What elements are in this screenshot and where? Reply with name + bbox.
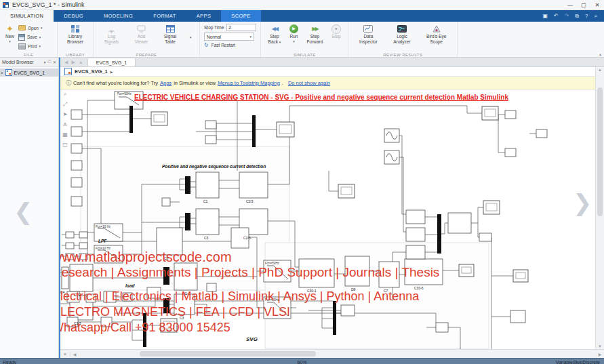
diagram-label: Positive and negative sequence current d… <box>162 164 266 169</box>
add-viewer-button[interactable]: Add Viewer <box>132 23 151 51</box>
group-prepare: Log Signals Add Viewer Signal Table ▾ PR… <box>94 22 200 57</box>
tab-debug[interactable]: DEBUG <box>54 10 94 22</box>
notification-bar: ⓘ Can't find what you're looking for? Tr… <box>60 77 595 89</box>
fast-restart-toggle[interactable]: ↻ Fast Restart <box>204 42 256 48</box>
horizontal-scrollbar[interactable]: « ◀ ▶ <box>60 349 604 358</box>
minimize-button[interactable]: — <box>563 1 577 9</box>
title-bar: EVCS_SVG_1 * - Simulink — ▢ ✕ <box>0 0 604 10</box>
prepare-more-caret[interactable]: ▾ <box>190 35 192 39</box>
horizontal-scroll-thumb[interactable] <box>140 351 316 357</box>
document-tab[interactable]: EVCS_SVG_1 <box>87 58 136 66</box>
scroll-down-icon[interactable]: ▼ <box>596 344 604 348</box>
annotation-text-icon[interactable]: A <box>63 122 66 127</box>
tab-apps[interactable]: APPS <box>186 10 222 22</box>
fast-restart-icon: ↻ <box>204 42 209 48</box>
new-button[interactable]: ✦ New▾ <box>3 23 17 51</box>
open-button[interactable]: Open▾ <box>18 24 42 32</box>
help-icon[interactable]: ? <box>585 13 588 19</box>
notification-period: . <box>282 80 283 86</box>
window-title: EVCS_SVG_1 * - Simulink <box>12 1 563 8</box>
breadcrumb-model-icon <box>64 68 72 75</box>
group-review: Data Inspector Logic Analyzer Bird's-Eye… <box>348 22 458 57</box>
watermark-line: Whatsapp/Call +91 83000 15425 <box>60 321 230 335</box>
panel-close-icon[interactable]: ✕ <box>53 60 56 64</box>
breadcrumb-caret-icon[interactable]: ▶ <box>110 70 113 74</box>
up-icon[interactable]: ▲ <box>79 60 83 64</box>
library-browser-button[interactable]: Library Browser <box>64 23 86 51</box>
sim-mode-select[interactable]: Normal▾ <box>204 33 254 41</box>
toolstrip-tab-row: SIMULATION DEBUG MODELING FORMAT APPS SC… <box>0 10 604 22</box>
zoom-icon[interactable]: ⌕ <box>64 92 66 97</box>
stop-time-input[interactable] <box>226 24 256 31</box>
tree-item-model-root[interactable]: ▸ EVCS_SVG_1 <box>0 68 58 77</box>
simulate-settings: Stop Time Normal▾ ↻ Fast Restart <box>200 22 261 57</box>
print-button[interactable]: Print▾ <box>18 42 42 50</box>
tab-modeling[interactable]: MODELING <box>94 10 143 22</box>
birds-eye-scope-button[interactable]: Bird's-Eye Scope <box>424 23 449 51</box>
restore-button[interactable]: ▢ <box>577 1 590 9</box>
scroll-up-icon[interactable]: ▲ <box>596 68 604 72</box>
capture-icon[interactable]: ⧉ <box>575 13 579 20</box>
forward-icon[interactable]: ▶ <box>71 60 75 65</box>
library-browser-icon <box>71 24 80 34</box>
annotation-arrow-icon[interactable]: ➤ <box>63 112 68 117</box>
save-button[interactable]: Save▾ <box>18 33 42 41</box>
nav-previous-chevron[interactable]: ❮ <box>14 200 33 223</box>
tab-format[interactable]: FORMAT <box>143 10 186 22</box>
tab-scope[interactable]: SCOPE <box>221 10 260 22</box>
log-signals-icon <box>106 24 117 34</box>
do-not-show-again-link[interactable]: Do not show again <box>288 80 330 86</box>
data-inspector-button[interactable]: Data Inspector <box>357 23 380 51</box>
run-button[interactable]: ▶ Run▾ <box>287 23 301 51</box>
folder-icon <box>18 25 26 31</box>
image-icon[interactable]: ▦ <box>62 132 68 138</box>
stop-button[interactable]: ■ Stop <box>329 23 344 51</box>
group-label-library: LIBRARY <box>58 53 93 57</box>
logic-analyzer-button[interactable]: Logic Analyzer <box>390 23 413 51</box>
back-icon[interactable]: ◀ <box>64 60 68 65</box>
diagram-label: C3 <box>204 236 208 240</box>
panel-menu-icon[interactable]: ▾ <box>43 60 45 64</box>
diagram-label: LPF <box>98 239 106 243</box>
signal-table-button[interactable]: Signal Table <box>161 23 179 51</box>
simulink-app-icon <box>3 2 9 8</box>
nav-next-chevron[interactable]: ❯ <box>573 191 592 214</box>
log-signals-button[interactable]: Log Signals <box>102 23 121 51</box>
scroll-left-icon[interactable]: ◀ <box>71 352 79 357</box>
step-forward-button[interactable]: ▶▶ Step Forward <box>304 23 326 51</box>
breadcrumb-item[interactable]: EVCS_SVG_1 <box>75 68 108 75</box>
hidden-content-badge[interactable]: « <box>60 352 71 357</box>
watermark-line: www.matlabprojectscode.com <box>60 249 232 265</box>
save-icon[interactable]: ▣ <box>542 13 548 19</box>
step-back-icon: ◀◀ <box>272 26 277 33</box>
tab-simulation[interactable]: SIMULATION <box>0 10 54 22</box>
search-icon[interactable]: ⌕ <box>595 13 597 20</box>
diagram-label: C1 <box>203 199 207 203</box>
apps-link[interactable]: Apps <box>160 80 172 86</box>
close-button[interactable]: ✕ <box>590 1 604 9</box>
document-tab-strip: ◀ ▶ ▲ EVCS_SVG_1 <box>60 58 604 67</box>
watermark-line: ELECTRO MAGNETICS | FEA | CFD | VLSI <box>60 305 290 319</box>
diagram-title: ELECTRIC VEHICLE CHARGING STATION - SVG … <box>134 94 481 101</box>
new-icon: ✦ <box>6 24 14 33</box>
floppy-icon <box>18 34 25 41</box>
model-browser-panel: Model Browser ▾ ⏍ ✕ ▸ EVCS_SVG_1 ❮ <box>0 58 59 358</box>
vertical-scroll-thumb[interactable] <box>597 87 603 216</box>
step-back-button[interactable]: ◀◀ Step Back ▾ <box>266 23 284 51</box>
diagram-label: C2/3- <box>243 236 251 240</box>
toolstrip-mapping-link[interactable]: Menus to Toolstrip Mapping <box>218 80 280 86</box>
tree-expand-icon[interactable]: ▸ <box>1 70 3 75</box>
data-inspector-icon <box>363 24 374 34</box>
scroll-right-icon[interactable]: ▶ <box>596 352 604 357</box>
undo-icon[interactable]: ↶ <box>554 13 559 19</box>
ribbon-collapse-icon[interactable]: ▴ <box>599 52 601 56</box>
area-box-icon[interactable]: ▢ <box>62 142 68 148</box>
diagram-label: SVG <box>246 336 258 342</box>
vertical-scrollbar[interactable]: ▲ ▼ <box>595 67 604 349</box>
model-canvas[interactable]: ELECTRIC VEHICLE CHARGING STATION - SVG … <box>60 89 595 349</box>
file-small-buttons: Open▾ Save▾ Print▾ <box>17 23 43 51</box>
pin-icon[interactable]: ⏍ <box>47 60 51 64</box>
fit-to-view-icon[interactable]: ⤢ <box>63 102 67 107</box>
diagram-label: Fcn=50Hz <box>117 92 132 96</box>
redo-icon[interactable]: ↷ <box>565 13 569 19</box>
